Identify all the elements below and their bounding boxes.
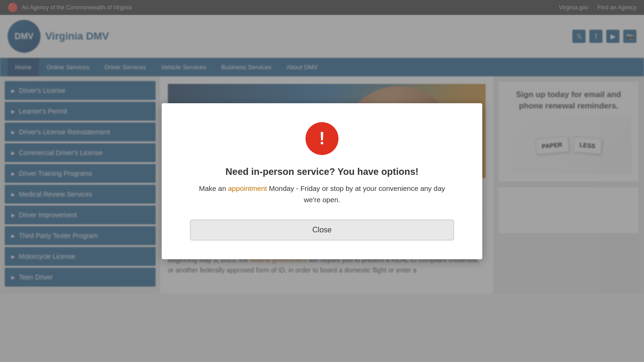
modal-dialog: ! Need in-person service? You have optio… xyxy=(162,103,482,259)
appointment-link[interactable]: appointment xyxy=(228,184,267,192)
modal-overlay: ! Need in-person service? You have optio… xyxy=(0,0,644,362)
alert-icon: ! xyxy=(305,122,339,155)
modal-close-button[interactable]: Close xyxy=(190,220,454,240)
modal-title: Need in-person service? You have options… xyxy=(190,166,454,177)
modal-body: Make an appointment Monday - Friday or s… xyxy=(190,183,454,206)
